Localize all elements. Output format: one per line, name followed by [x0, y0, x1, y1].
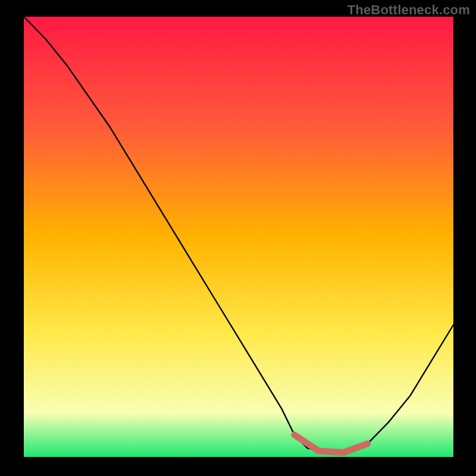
watermark-text: TheBottleneck.com — [347, 2, 470, 18]
plot-background — [24, 17, 453, 457]
bottleneck-chart — [0, 0, 476, 476]
chart-frame: TheBottleneck.com — [0, 0, 476, 476]
